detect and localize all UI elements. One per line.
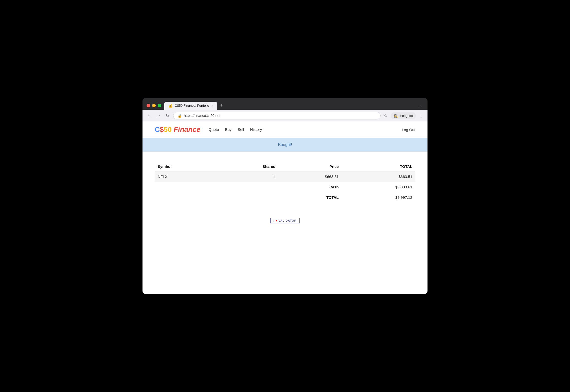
address-url: https://finance.cs50.net (184, 114, 220, 118)
forward-button[interactable]: → (156, 112, 162, 119)
flash-message: Bought! (278, 142, 292, 147)
browser-window: 💰 C$50 Finance: Portfolio × + ⌄ ← → ↻ 🔒 … (142, 98, 428, 294)
portfolio-section: Symbol Shares Price TOTAL NFLX 1 $663.51… (142, 152, 428, 244)
nav-sell[interactable]: Sell (238, 127, 244, 132)
col-symbol: Symbol (155, 162, 218, 171)
tab-favicon-icon: 💰 (168, 104, 173, 108)
address-input[interactable]: 🔒 https://finance.cs50.net (173, 112, 381, 119)
empty-cell-2 (155, 192, 278, 203)
reload-button[interactable]: ↻ (165, 112, 170, 119)
col-shares: Shares (218, 162, 278, 171)
logo-dollar: $ (160, 126, 164, 133)
cash-value: $9,333.61 (342, 182, 415, 192)
validator-badge[interactable]: I ♥ VALIDATOR (155, 218, 415, 234)
active-tab[interactable]: 💰 C$50 Finance: Portfolio × (164, 102, 217, 110)
site-logo: C$50 Finance (155, 126, 201, 134)
site-nav: C$50 Finance Quote Buy Sell History Log … (142, 121, 428, 138)
col-price: Price (278, 162, 342, 171)
cash-label: Cash (278, 182, 342, 192)
table-row: NFLX 1 $663.51 $663.51 (155, 171, 415, 182)
validator-heart-icon: ♥ (276, 219, 278, 222)
toolbar-right: ☆ 🕵 Incognito ⋮ (384, 112, 423, 119)
tab-dropdown-button[interactable]: ⌄ (416, 101, 423, 109)
tab-close-button[interactable]: × (211, 104, 213, 108)
tab-bar: 💰 C$50 Finance: Portfolio × + (164, 101, 413, 110)
security-icon: 🔒 (177, 114, 182, 118)
bookmark-button[interactable]: ☆ (384, 113, 388, 118)
cell-shares: 1 (218, 171, 278, 182)
total-label: TOTAL (278, 192, 342, 203)
cell-total: $663.51 (342, 171, 415, 182)
new-tab-button[interactable]: + (218, 101, 225, 109)
logo-c: C (155, 126, 160, 133)
tab-title: C$50 Finance: Portfolio (175, 104, 209, 108)
cash-row: Cash $9,333.61 (155, 182, 415, 192)
incognito-label: Incognito (399, 114, 413, 118)
portfolio-table: Symbol Shares Price TOTAL NFLX 1 $663.51… (155, 162, 415, 203)
validator-suffix: VALIDATOR (278, 219, 296, 222)
flash-banner: Bought! (142, 138, 428, 152)
grand-total-row: TOTAL $9,997.12 (155, 192, 415, 203)
validator-image: I ♥ VALIDATOR (270, 218, 300, 223)
address-bar: ← → ↻ 🔒 https://finance.cs50.net ☆ 🕵 Inc… (142, 110, 428, 121)
page-content: C$50 Finance Quote Buy Sell History Log … (142, 121, 428, 294)
logout-link[interactable]: Log Out (402, 128, 415, 132)
close-button[interactable] (147, 104, 150, 107)
table-header-row: Symbol Shares Price TOTAL (155, 162, 415, 171)
incognito-button[interactable]: 🕵 Incognito (391, 112, 416, 119)
back-button[interactable]: ← (147, 112, 153, 119)
validator-prefix: I (274, 219, 275, 222)
nav-quote[interactable]: Quote (209, 127, 219, 132)
total-value: $9,997.12 (342, 192, 415, 203)
maximize-button[interactable] (158, 104, 161, 107)
logo-50: 50 (164, 126, 172, 133)
incognito-icon: 🕵 (394, 114, 398, 118)
nav-history[interactable]: History (250, 127, 262, 132)
logo-finance: Finance (172, 126, 201, 133)
minimize-button[interactable] (152, 104, 156, 107)
cell-price: $663.51 (278, 171, 342, 182)
nav-buy[interactable]: Buy (225, 127, 231, 132)
nav-links: Quote Buy Sell History (209, 127, 402, 132)
more-options-button[interactable]: ⋮ (419, 113, 423, 118)
col-total: TOTAL (342, 162, 415, 171)
empty-cell (155, 182, 278, 192)
cell-symbol: NFLX (155, 171, 218, 182)
title-bar: 💰 C$50 Finance: Portfolio × + ⌄ (142, 98, 428, 110)
traffic-lights (147, 104, 161, 107)
